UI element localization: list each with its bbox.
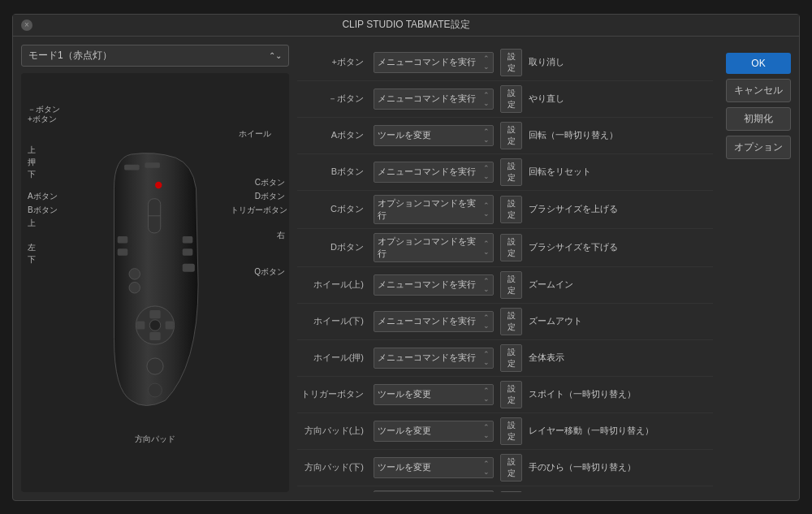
command-dropdown[interactable]: メニューコマンドを実行 ⌃⌄ — [374, 311, 494, 332]
close-button[interactable]: × — [21, 19, 32, 31]
command-dropdown[interactable]: メニューコマンドを実行 ⌃⌄ — [374, 162, 494, 183]
settings-button[interactable]: 設定 — [500, 454, 522, 482]
command-text: ツールを変更 — [378, 388, 431, 400]
command-text: ツールを変更 — [378, 461, 431, 473]
settings-button[interactable]: 設定 — [500, 122, 522, 149]
settings-button[interactable]: 設定 — [500, 158, 522, 186]
settings-cell[interactable]: 設定 — [497, 376, 525, 412]
command-dropdown-cell[interactable]: オプションコマンドを実行 ⌃⌄ — [370, 228, 497, 266]
table-row: 方向パッド(上) ツールを変更 ⌃⌄ 設定 レイヤー移動（一時切り替え） — [297, 412, 713, 449]
command-dropdown-cell[interactable]: メニューコマンドを実行 ⌃⌄ — [370, 153, 497, 190]
svg-rect-14 — [166, 321, 174, 329]
action-label: ズームイン — [525, 266, 713, 303]
button-label: Aボタン — [297, 117, 370, 153]
command-dropdown[interactable]: メニューコマンドを実行 ⌃⌄ — [374, 89, 494, 110]
command-dropdown-cell[interactable]: オプションコマンドを実行 ⌃⌄ — [370, 486, 497, 492]
settings-cell[interactable]: 設定 — [497, 339, 525, 376]
settings-cell[interactable]: 設定 — [497, 449, 525, 486]
mode-selector[interactable]: モード1（赤点灯） ⌃⌄ — [21, 45, 289, 67]
ok-button[interactable]: OK — [726, 53, 791, 74]
window-title: CLIP STUDIO TABMATE設定 — [342, 18, 469, 32]
label-right: 右 — [277, 230, 285, 241]
command-dropdown-cell[interactable]: メニューコマンドを実行 ⌃⌄ — [370, 303, 497, 339]
command-dropdown-cell[interactable]: メニューコマンドを実行 ⌃⌄ — [370, 45, 497, 81]
right-panel: +ボタン メニューコマンドを実行 ⌃⌄ 設定 取り消し －ボタン メニューコマン… — [297, 45, 713, 492]
command-dropdown[interactable]: メニューコマンドを実行 ⌃⌄ — [374, 52, 494, 73]
button-label: Bボタン — [297, 153, 370, 190]
table-row: トリガーボタン ツールを変更 ⌃⌄ 設定 スポイト（一時切り替え） — [297, 376, 713, 412]
command-dropdown[interactable]: ツールを変更 ⌃⌄ — [374, 457, 494, 478]
command-text: オプションコマンドを実行 — [378, 235, 482, 260]
device-illustration: －ボタン +ボタン ホイール 上 押 下 Cボタン Aボタン D — [21, 73, 289, 492]
command-dropdown-cell[interactable]: メニューコマンドを実行 ⌃⌄ — [370, 80, 497, 117]
settings-cell[interactable]: 設定 — [497, 303, 525, 339]
dropdown-arrow-icon: ⌃⌄ — [483, 387, 490, 403]
button-label: ホイール(上) — [297, 266, 370, 303]
svg-rect-7 — [183, 236, 193, 243]
settings-button[interactable]: 設定 — [500, 49, 522, 76]
settings-cell[interactable]: 設定 — [497, 80, 525, 117]
settings-cell[interactable]: 設定 — [497, 228, 525, 266]
settings-button[interactable]: 設定 — [500, 234, 522, 261]
command-dropdown-cell[interactable]: ツールを変更 ⌃⌄ — [370, 117, 497, 153]
settings-button[interactable]: 設定 — [500, 417, 522, 445]
command-dropdown-cell[interactable]: ツールを変更 ⌃⌄ — [370, 412, 497, 449]
settings-button[interactable]: 設定 — [500, 85, 522, 113]
settings-button[interactable]: 設定 — [500, 196, 522, 223]
settings-button[interactable]: 設定 — [500, 271, 522, 299]
svg-point-15 — [149, 319, 160, 330]
settings-cell[interactable]: 設定 — [497, 45, 525, 81]
table-row: 方向パッド(下) ツールを変更 ⌃⌄ 設定 手のひら（一時切り替え） — [297, 449, 713, 486]
command-dropdown[interactable]: ツールを変更 ⌃⌄ — [374, 125, 494, 146]
command-dropdown[interactable]: オプションコマンドを実行 ⌃⌄ — [374, 490, 494, 492]
settings-button[interactable]: 設定 — [500, 491, 522, 492]
dropdown-arrow-icon: ⌃⌄ — [483, 350, 490, 366]
command-dropdown[interactable]: メニューコマンドを実行 ⌃⌄ — [374, 274, 494, 296]
settings-button[interactable]: 設定 — [500, 308, 522, 335]
svg-rect-12 — [149, 331, 160, 339]
svg-rect-0 — [124, 164, 140, 170]
command-dropdown-cell[interactable]: オプションコマンドを実行 ⌃⌄ — [370, 190, 497, 228]
command-dropdown-cell[interactable]: ツールを変更 ⌃⌄ — [370, 376, 497, 412]
label-minus-btn: －ボタン — [28, 104, 60, 115]
action-label: ブラシサイズを上げる — [525, 190, 713, 228]
label-a-btn: Aボタン — [28, 191, 58, 202]
command-dropdown[interactable]: ツールを変更 ⌃⌄ — [374, 384, 494, 405]
command-dropdown[interactable]: オプションコマンドを実行 ⌃⌄ — [374, 195, 494, 224]
button-label: 方向パッド(右) — [297, 486, 370, 492]
command-dropdown[interactable]: ツールを変更 ⌃⌄ — [374, 421, 494, 442]
settings-cell[interactable]: 設定 — [497, 266, 525, 303]
settings-button[interactable]: 設定 — [500, 344, 522, 372]
command-dropdown-cell[interactable]: メニューコマンドを実行 ⌃⌄ — [370, 266, 497, 303]
table-row: ホイール(押) メニューコマンドを実行 ⌃⌄ 設定 全体表示 — [297, 339, 713, 376]
dropdown-arrow-icon: ⌃⌄ — [483, 313, 490, 330]
table-row: +ボタン メニューコマンドを実行 ⌃⌄ 設定 取り消し — [297, 45, 713, 81]
settings-cell[interactable]: 設定 — [497, 412, 525, 449]
command-dropdown[interactable]: オプションコマンドを実行 ⌃⌄ — [374, 233, 494, 262]
dropdown-arrow-icon: ⌃⌄ — [483, 127, 490, 144]
settings-cell[interactable]: 設定 — [497, 486, 525, 492]
action-label: ズームアウト — [525, 303, 713, 339]
command-text: メニューコマンドを実行 — [378, 279, 476, 291]
settings-button[interactable]: 設定 — [500, 381, 522, 408]
command-dropdown-cell[interactable]: メニューコマンドを実行 ⌃⌄ — [370, 339, 497, 376]
reset-button[interactable]: 初期化 — [726, 107, 791, 131]
table-row: －ボタン メニューコマンドを実行 ⌃⌄ 設定 やり直し — [297, 80, 713, 117]
command-dropdown-cell[interactable]: ツールを変更 ⌃⌄ — [370, 449, 497, 486]
svg-point-16 — [147, 357, 163, 374]
command-text: メニューコマンドを実行 — [378, 166, 476, 178]
command-dropdown[interactable]: メニューコマンドを実行 ⌃⌄ — [374, 348, 494, 369]
cancel-button[interactable]: キャンセル — [726, 79, 791, 102]
button-label: トリガーボタン — [297, 376, 370, 412]
dropdown-arrow-icon: ⌃⌄ — [483, 240, 490, 256]
settings-cell[interactable]: 設定 — [497, 153, 525, 190]
command-text: メニューコマンドを実行 — [378, 56, 476, 68]
label-left: 左 — [28, 242, 36, 253]
settings-cell[interactable]: 設定 — [497, 117, 525, 153]
svg-point-19 — [129, 282, 140, 292]
settings-cell[interactable]: 設定 — [497, 190, 525, 228]
label-up: 上 — [28, 145, 36, 156]
content-area: モード1（赤点灯） ⌃⌄ — [13, 37, 799, 500]
options-button[interactable]: オプション — [726, 136, 791, 159]
label-trigger: トリガーボタン — [231, 205, 287, 216]
